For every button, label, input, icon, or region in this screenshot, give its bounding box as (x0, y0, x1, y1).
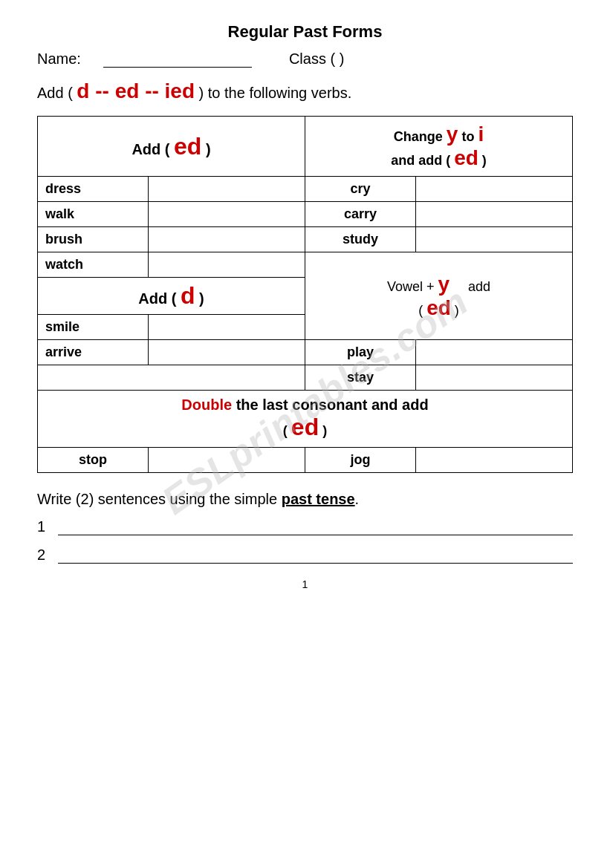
word-cell: cry (305, 177, 415, 202)
answer-cell (415, 448, 572, 473)
word-cell-jog: jog (305, 448, 415, 473)
table-row: watch Vowel + y add ( ed ) (38, 252, 573, 278)
table-row: stop jog (38, 448, 573, 473)
word-cell: arrive (38, 340, 149, 365)
table-row: walk carry (38, 202, 573, 227)
sentence-line-2 (58, 546, 573, 564)
answer-cell (415, 227, 572, 252)
answer-cell (148, 252, 305, 278)
vowel-y-header: Vowel + y add ( ed ) (305, 252, 572, 340)
answer-cell (148, 340, 305, 365)
word-cell: walk (38, 202, 149, 227)
add-d-header: Add ( d ) (38, 278, 305, 315)
answer-cell (415, 177, 572, 202)
answer-cell (415, 365, 572, 391)
word-cell: study (305, 227, 415, 252)
double-header-row: Double the last consonant and add ( ed ) (38, 391, 573, 448)
name-input-line (103, 51, 252, 68)
page-number: 1 (37, 578, 573, 590)
word-cell-stop: stop (38, 448, 149, 473)
sentence-row-1: 1 (37, 518, 573, 535)
answer-cell (148, 315, 305, 340)
main-table: Add ( ed ) Change y to i and add ( ed ) … (37, 116, 573, 473)
answer-cell (148, 202, 305, 227)
name-label: Name: (37, 50, 81, 68)
sentences-section: Write (2) sentences using the simple pas… (37, 488, 573, 564)
word-cell: dress (38, 177, 149, 202)
word-cell: stay (305, 365, 415, 391)
class-label: Class ( ) (289, 50, 344, 68)
answer-cell (148, 227, 305, 252)
add-ed-header: Add ( ed ) (38, 117, 305, 177)
table-row: dress cry (38, 177, 573, 202)
sentence-number-1: 1 (37, 518, 52, 535)
word-cell: play (305, 340, 415, 365)
sentences-instruction: Write (2) sentences using the simple pas… (37, 488, 573, 510)
table-header-row: Add ( ed ) Change y to i and add ( ed ) (38, 117, 573, 177)
sentence-line-1 (58, 518, 573, 535)
answer-cell (148, 177, 305, 202)
word-cell: brush (38, 227, 149, 252)
sentence-row-2: 2 (37, 546, 573, 564)
empty-cell (38, 365, 305, 391)
word-cell: smile (38, 315, 149, 340)
answer-cell (415, 202, 572, 227)
table-row: brush study (38, 227, 573, 252)
answer-cell (415, 340, 572, 365)
instruction-text: Add ( d -- ed -- ied ) to the following … (37, 76, 573, 105)
table-row: stay (38, 365, 573, 391)
word-cell: watch (38, 252, 149, 278)
name-class-row: Name: Class ( ) (37, 50, 573, 68)
page-title: Regular Past Forms (37, 22, 573, 42)
sentence-number-2: 2 (37, 546, 52, 564)
double-consonant-header: Double the last consonant and add ( ed ) (38, 391, 573, 448)
change-y-header: Change y to i and add ( ed ) (305, 117, 572, 177)
word-cell: carry (305, 202, 415, 227)
table-row: arrive play (38, 340, 573, 365)
answer-cell (148, 448, 305, 473)
